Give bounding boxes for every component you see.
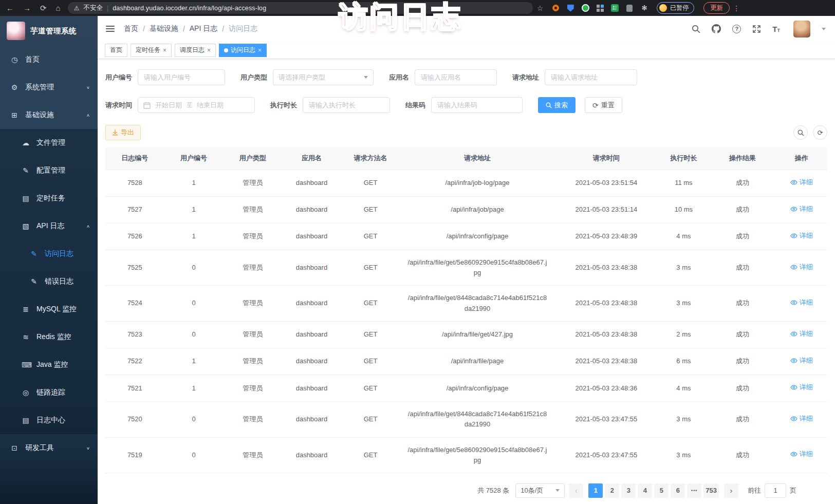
- page-button-4[interactable]: 4: [638, 483, 652, 498]
- tab-scheduled-jobs[interactable]: 定时任务×: [131, 44, 172, 57]
- result-code-input[interactable]: [431, 97, 523, 113]
- sidebar-item-system-management[interactable]: ⚙系统管理∨: [0, 73, 98, 101]
- paused-extension-pill[interactable]: 已暂停: [657, 2, 694, 14]
- detail-link[interactable]: 详细: [790, 204, 813, 214]
- infra-icon: ⊞: [10, 111, 18, 119]
- user-type-select[interactable]: 请选择用户类型: [273, 69, 374, 85]
- app-title: 芋道管理系统: [30, 26, 77, 36]
- duration-label: 执行时长: [270, 101, 297, 110]
- detail-link[interactable]: 详细: [790, 356, 813, 366]
- page-size-select[interactable]: 10条/页: [515, 483, 565, 498]
- detail-link[interactable]: 详细: [790, 297, 813, 308]
- sidebar-item-log-center[interactable]: ▤日志中心: [0, 406, 98, 434]
- page-button-5[interactable]: 5: [654, 483, 669, 498]
- extension-pinwheel-icon[interactable]: ✻: [640, 4, 648, 12]
- prev-page-button[interactable]: ‹: [569, 483, 583, 498]
- github-icon[interactable]: [712, 24, 721, 33]
- breadcrumb-infra[interactable]: 基础设施: [150, 24, 178, 33]
- reset-button[interactable]: ⟳ 重置: [585, 97, 622, 113]
- sidebar-item-config-management[interactable]: ✎配置管理: [0, 157, 98, 184]
- bookmark-star-icon[interactable]: ☆: [537, 4, 544, 12]
- duration-cell: 2 ms: [658, 321, 709, 348]
- app-logo-row[interactable]: 芋道管理系统: [0, 16, 98, 46]
- browser-forward-icon[interactable]: →: [23, 4, 31, 12]
- close-icon[interactable]: ×: [258, 47, 262, 53]
- browser-back-icon[interactable]: ←: [6, 4, 14, 12]
- extension-shield-icon[interactable]: [566, 4, 574, 12]
- sidebar-item-access-log[interactable]: ✎访问日志: [0, 240, 98, 268]
- page-buttons: 123456•••753: [587, 483, 720, 498]
- user-avatar[interactable]: [793, 21, 810, 38]
- sidebar-item-redis-monitor[interactable]: ≋Redis 监控: [0, 323, 98, 351]
- sidebar-item-scheduled-jobs[interactable]: ▤定时任务: [0, 184, 98, 212]
- detail-link[interactable]: 详细: [790, 177, 813, 188]
- next-page-button[interactable]: ›: [724, 483, 738, 498]
- request-time-cell: 2021-05-03 23:47:55: [555, 437, 658, 473]
- avatar-caret-icon[interactable]: [822, 28, 826, 30]
- sidebar-item-home[interactable]: ◷首页: [0, 46, 98, 73]
- request-time-cell: 2021-05-03 23:48:38: [555, 250, 658, 286]
- app-name-cell: dashboard: [282, 375, 341, 402]
- extension-gray-icon[interactable]: [625, 4, 634, 12]
- tab-schedule-log[interactable]: 调度日志×: [175, 44, 216, 57]
- breadcrumb-api-log[interactable]: API 日志: [190, 24, 217, 33]
- page-button-3[interactable]: 3: [621, 483, 636, 498]
- browser-home-icon[interactable]: ⌂: [56, 4, 61, 12]
- page-button-2[interactable]: 2: [605, 483, 619, 498]
- detail-link[interactable]: 详细: [790, 262, 813, 272]
- export-button[interactable]: 导出: [105, 125, 141, 140]
- table-row: 75221管理员dashboardGET/api/infra/file/page…: [105, 348, 827, 375]
- refresh-table-button[interactable]: ⟳: [813, 125, 827, 140]
- page-button-6[interactable]: 6: [671, 483, 685, 498]
- page-button-753[interactable]: 753: [703, 483, 719, 498]
- browser-menu-icon[interactable]: ⋮: [733, 4, 740, 12]
- request-url-input[interactable]: [545, 69, 637, 85]
- sidebar-item-infrastructure[interactable]: ⊞基础设施∧: [0, 101, 98, 129]
- font-size-icon[interactable]: TT: [772, 25, 780, 33]
- duration-input[interactable]: [303, 97, 390, 113]
- sidebar-item-java-monitor[interactable]: ⌨Java 监控: [0, 351, 98, 379]
- fullscreen-icon[interactable]: [752, 25, 761, 33]
- sidebar-item-link-tracing[interactable]: ◎链路追踪: [0, 379, 98, 406]
- sidebar-item-error-log[interactable]: ✎错误日志: [0, 268, 98, 295]
- breadcrumb-home[interactable]: 首页: [124, 24, 138, 33]
- sidebar-item-mysql-monitor[interactable]: ≣MySQL 监控: [0, 295, 98, 323]
- top-navbar: 首页 / 基础设施 / API 日志 / 访问日志 ? TT: [98, 16, 835, 42]
- detail-link[interactable]: 详细: [790, 414, 813, 424]
- detail-link[interactable]: 详细: [790, 382, 813, 393]
- sidebar-item-file-management[interactable]: ☁文件管理: [0, 129, 98, 157]
- detail-link[interactable]: 详细: [790, 231, 813, 241]
- extension-translate-icon[interactable]: 訂: [611, 4, 619, 12]
- tab-access-log[interactable]: 访问日志×: [219, 44, 267, 57]
- address-bar[interactable]: ⚠ 不安全 | dashboard.yudao.iocoder.cn/infra…: [68, 2, 533, 14]
- goto-page-input[interactable]: [765, 483, 786, 498]
- detail-link[interactable]: 详细: [790, 329, 813, 339]
- close-icon[interactable]: ×: [163, 47, 166, 53]
- user-id-input[interactable]: [138, 69, 225, 85]
- sidebar-item-dev-tools[interactable]: ⊡研发工具∨: [0, 434, 98, 462]
- browser-reload-icon[interactable]: ⟳: [40, 4, 47, 13]
- column-header: 执行时长: [658, 147, 709, 170]
- extension-green-icon[interactable]: [581, 4, 589, 12]
- toggle-search-button[interactable]: [793, 125, 808, 140]
- request-time-range-picker[interactable]: 开始日期 至 结束日期: [138, 97, 255, 113]
- close-icon[interactable]: ×: [207, 47, 211, 53]
- result-cell: 成功: [710, 375, 776, 402]
- more-pages-button[interactable]: •••: [687, 483, 701, 498]
- page-url: dashboard.yudao.iocoder.cn/infra/log/api…: [113, 5, 266, 12]
- page-button-1[interactable]: 1: [588, 483, 603, 498]
- method-cell: GET: [341, 348, 400, 375]
- search-icon[interactable]: [692, 25, 700, 33]
- sidebar-toggle-icon[interactable]: [106, 26, 115, 32]
- app-logo-image: [7, 22, 25, 40]
- tab-home[interactable]: 首页: [105, 44, 127, 57]
- app-name-cell: dashboard: [282, 170, 341, 196]
- extension-grid-icon[interactable]: [596, 4, 604, 12]
- sidebar-item-api-logs[interactable]: ▧API 日志∧: [0, 212, 98, 240]
- help-icon[interactable]: ?: [732, 25, 741, 33]
- search-button[interactable]: 搜索: [538, 97, 576, 113]
- app-name-input[interactable]: [415, 69, 497, 85]
- detail-link[interactable]: 详细: [790, 449, 813, 459]
- extension-donut-icon[interactable]: [551, 4, 560, 12]
- browser-update-button[interactable]: 更新: [703, 2, 730, 14]
